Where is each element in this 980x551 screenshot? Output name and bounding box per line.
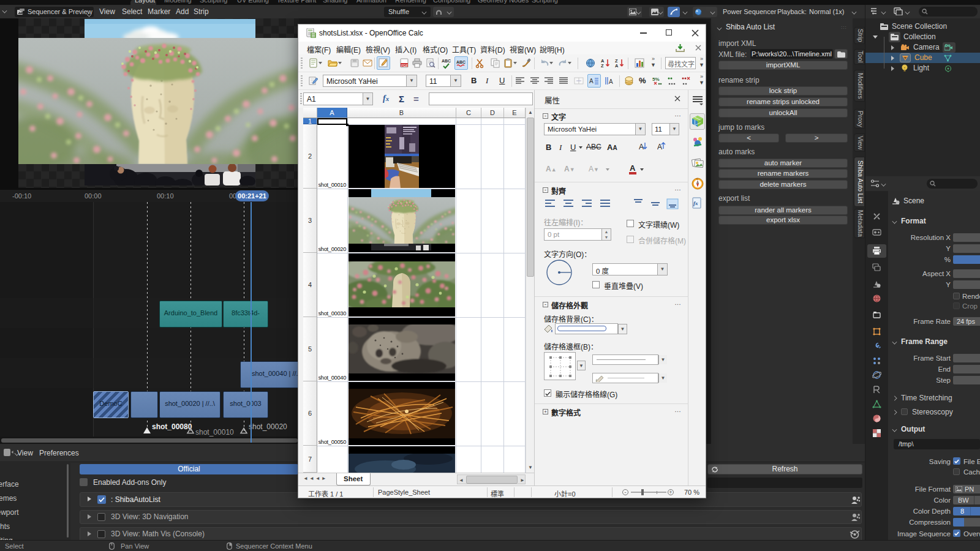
- svg-text:PDF: PDF: [401, 64, 409, 67]
- svg-text:Z: Z: [601, 63, 604, 69]
- svg-text:ABC: ABC: [456, 60, 466, 64]
- svg-text:fx: fx: [693, 200, 698, 206]
- svg-text:ABC: ABC: [442, 59, 451, 63]
- svg-text:A: A: [639, 143, 644, 151]
- svg-text:A: A: [615, 63, 619, 69]
- svg-text:A: A: [609, 78, 613, 85]
- svg-text:A: A: [589, 78, 594, 84]
- svg-text:5%: 5%: [652, 77, 660, 82]
- svg-text:A: A: [657, 143, 662, 151]
- svg-text:N: N: [696, 178, 698, 181]
